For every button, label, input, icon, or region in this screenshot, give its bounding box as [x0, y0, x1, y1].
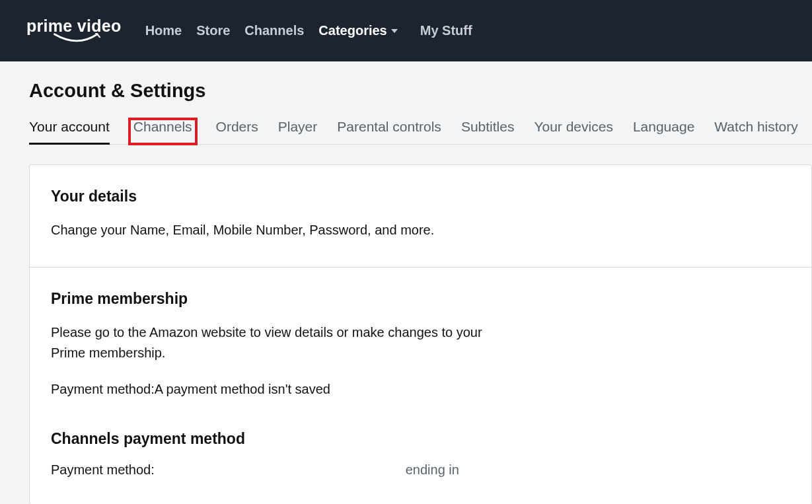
- tab-player[interactable]: Player: [278, 119, 318, 144]
- tab-your-account[interactable]: Your account: [29, 119, 110, 145]
- channels-payment-heading: Channels payment method: [51, 430, 790, 448]
- nav-home[interactable]: Home: [145, 23, 182, 38]
- nav-categories[interactable]: Categories: [318, 23, 397, 38]
- your-details-desc: Change your Name, Email, Mobile Number, …: [51, 220, 487, 240]
- nav-store[interactable]: Store: [196, 23, 230, 38]
- channels-payment-row: Payment method: ending in: [51, 462, 790, 478]
- tab-channels[interactable]: Channels: [129, 119, 196, 144]
- nav-links: Home Store Channels Categories My Stuff: [145, 23, 472, 38]
- your-details-heading: Your details: [51, 188, 790, 205]
- tab-language[interactable]: Language: [633, 119, 694, 144]
- prime-heading: Prime membership: [51, 290, 790, 308]
- settings-tabs: Your account Channels Orders Player Pare…: [29, 119, 812, 145]
- prime-video-logo[interactable]: prime video: [26, 17, 122, 45]
- prime-payment-line: Payment method:A payment method isn't sa…: [51, 379, 790, 400]
- settings-card: Your details Change your Name, Email, Mo…: [29, 164, 812, 504]
- tab-parental-controls[interactable]: Parental controls: [337, 119, 441, 144]
- page-body: Account & Settings Your account Channels…: [0, 61, 812, 504]
- top-nav: prime video Home Store Channels Categori…: [0, 0, 812, 61]
- tab-watch-history[interactable]: Watch history: [714, 119, 797, 144]
- prime-membership-section: Prime membership Please go to the Amazon…: [30, 268, 811, 504]
- chevron-down-icon: [391, 29, 398, 33]
- channels-payment-value: ending in: [406, 462, 459, 478]
- tab-subtitles[interactable]: Subtitles: [461, 119, 515, 144]
- tab-your-devices[interactable]: Your devices: [534, 119, 612, 144]
- nav-channels[interactable]: Channels: [244, 23, 304, 38]
- channels-payment-label: Payment method:: [51, 462, 155, 478]
- tab-orders[interactable]: Orders: [216, 119, 258, 144]
- nav-categories-label: Categories: [318, 23, 387, 38]
- prime-desc: Please go to the Amazon website to view …: [51, 322, 487, 363]
- nav-my-stuff[interactable]: My Stuff: [420, 23, 472, 38]
- smile-icon: [54, 33, 101, 45]
- page-title: Account & Settings: [29, 80, 812, 102]
- your-details-section: Your details Change your Name, Email, Mo…: [30, 165, 811, 268]
